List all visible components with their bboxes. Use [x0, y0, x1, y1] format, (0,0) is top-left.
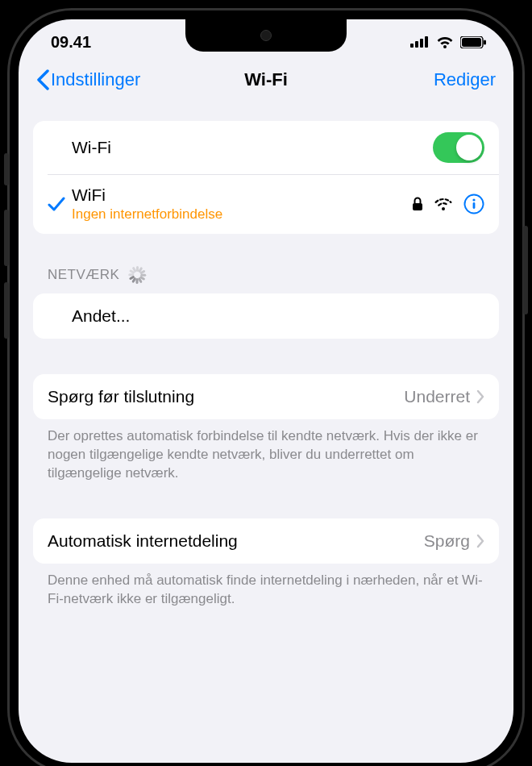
page-title: Wi-Fi — [244, 69, 288, 90]
chevron-right-icon — [476, 389, 484, 404]
auto-hotspot-footer: Denne enhed må automatisk finde internet… — [33, 564, 499, 609]
status-indicators — [410, 35, 486, 48]
ask-to-join-label: Spørg før tilslutning — [48, 387, 404, 406]
network-name: WiFi — [72, 185, 412, 205]
connected-network-row[interactable]: WiFi Ingen internetforbindelse — [33, 174, 499, 234]
wifi-toggle[interactable] — [433, 132, 484, 163]
svg-point-9 — [442, 207, 445, 210]
other-network-label: Andet... — [72, 306, 484, 326]
auto-hotspot-group: Automatisk internetdeling Spørg — [33, 518, 499, 564]
svg-rect-1 — [415, 41, 418, 48]
ask-to-join-group: Spørg før tilslutning Underret — [33, 374, 499, 419]
nav-bar: Indstillinger Wi-Fi Rediger — [19, 65, 513, 98]
svg-rect-6 — [462, 38, 481, 47]
wifi-icon — [436, 35, 454, 48]
content: Wi-Fi WiFi Ingen internetforbindelse — [19, 121, 513, 609]
wifi-toggle-label: Wi-Fi — [72, 138, 433, 157]
notch — [185, 19, 347, 52]
svg-rect-8 — [413, 203, 422, 210]
edit-button[interactable]: Rediger — [434, 69, 496, 90]
svg-rect-3 — [425, 36, 428, 48]
auto-hotspot-row[interactable]: Automatisk internetdeling Spørg — [33, 518, 499, 564]
chevron-right-icon — [476, 534, 484, 548]
volume-down-button — [4, 282, 9, 339]
info-icon[interactable] — [463, 194, 484, 214]
back-button[interactable]: Indstillinger — [36, 69, 140, 90]
network-status: Ingen internetforbindelse — [72, 206, 412, 223]
svg-point-11 — [472, 198, 475, 201]
screen: 09.41 — [19, 19, 513, 763]
ask-to-join-row[interactable]: Spørg før tilslutning Underret — [33, 374, 499, 419]
checkmark-icon — [48, 196, 72, 212]
status-time: 09.41 — [51, 33, 91, 52]
ask-to-join-value: Underret — [404, 387, 470, 406]
networks-header-label: NETVÆRK — [48, 267, 119, 283]
lock-icon — [412, 197, 423, 211]
auto-hotspot-value: Spørg — [424, 531, 470, 551]
networks-header: NETVÆRK — [33, 244, 499, 290]
auto-hotspot-label: Automatisk internetdeling — [48, 531, 424, 551]
svg-point-4 — [443, 45, 447, 48]
svg-rect-0 — [410, 44, 414, 48]
ask-to-join-footer: Der oprettes automatisk forbindelse til … — [33, 419, 499, 483]
mute-switch — [4, 153, 9, 185]
wifi-group: Wi-Fi WiFi Ingen internetforbindelse — [33, 121, 499, 234]
wifi-signal-icon — [434, 198, 452, 210]
side-button — [523, 226, 528, 314]
other-network-row[interactable]: Andet... — [33, 293, 499, 339]
spinner-icon — [127, 266, 145, 284]
volume-up-button — [4, 210, 9, 266]
wifi-toggle-row[interactable]: Wi-Fi — [33, 121, 499, 174]
svg-rect-7 — [484, 40, 486, 44]
cellular-icon — [410, 36, 430, 48]
svg-rect-2 — [420, 39, 423, 48]
networks-group: Andet... — [33, 293, 499, 339]
battery-icon — [460, 36, 486, 48]
chevron-left-icon — [36, 69, 49, 90]
svg-rect-12 — [473, 202, 476, 209]
back-label: Indstillinger — [51, 69, 140, 90]
device-frame: 09.41 — [7, 8, 525, 766]
